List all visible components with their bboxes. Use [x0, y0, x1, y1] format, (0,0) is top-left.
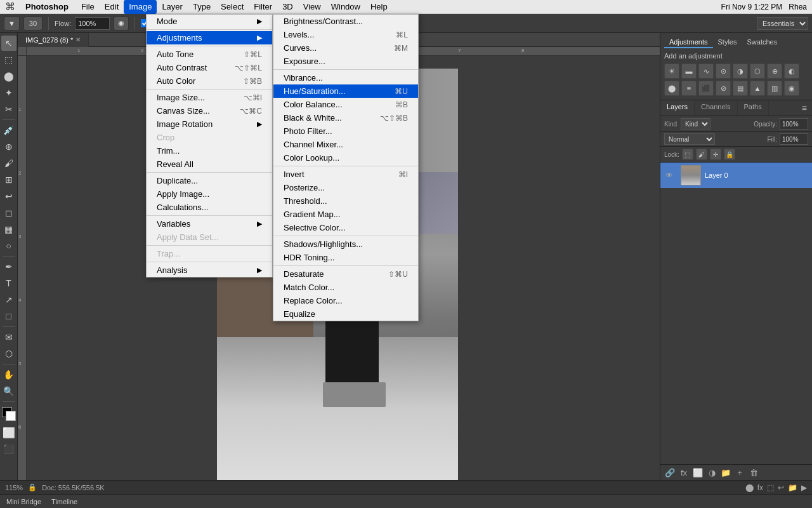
quick-select-tool[interactable]: ✦ — [1, 85, 16, 100]
sub-channel-mixer[interactable]: Channel Mixer... — [273, 138, 418, 151]
layers-tab-paths[interactable]: Paths — [738, 100, 769, 116]
menu-window[interactable]: Window — [326, 0, 365, 14]
quick-mask-btn[interactable]: ⬜ — [1, 425, 16, 440]
sub-posterize[interactable]: Posterize... — [273, 181, 418, 194]
lock-transparent-btn[interactable]: ⬚ — [682, 149, 693, 160]
menu-layer[interactable]: Layer — [157, 0, 188, 14]
menu-duplicate[interactable]: Duplicate... — [147, 174, 272, 187]
lock-all-btn[interactable]: 🔒 — [724, 149, 735, 160]
panel-menu-icon[interactable]: ≡ — [797, 100, 812, 116]
sub-equalize[interactable]: Equalize — [273, 307, 418, 321]
menu-file[interactable]: File — [76, 0, 100, 14]
delete-layer-btn[interactable]: 🗑 — [748, 467, 759, 478]
heal-tool[interactable]: ⊕ — [1, 139, 16, 154]
status-btn2[interactable]: fx — [757, 483, 763, 492]
menu-mode[interactable]: Mode ▶ — [147, 15, 272, 28]
dodge-tool[interactable]: ○ — [1, 238, 16, 253]
type-tool[interactable]: T — [1, 276, 16, 291]
sub-photo-filter[interactable]: Photo Filter... — [273, 124, 418, 138]
add-layer-style-btn[interactable]: fx — [678, 467, 690, 478]
timeline-tab[interactable]: Timeline — [51, 498, 77, 505]
sub-vibrance[interactable]: Vibrance... — [273, 71, 418, 84]
menu-auto-color[interactable]: Auto Color ⇧⌘B — [147, 74, 272, 88]
move-tool[interactable]: ↖ — [1, 36, 16, 51]
adj-gradient-map[interactable]: ▥ — [767, 81, 782, 96]
sub-hue-saturation[interactable]: Hue/Saturation... ⌘U — [273, 84, 418, 98]
menu-calculations[interactable]: Calculations... — [147, 201, 272, 214]
menu-image-size[interactable]: Image Size... ⌥⌘I — [147, 91, 272, 104]
lock-position-btn[interactable]: ✛ — [710, 149, 721, 160]
adj-photo-filter[interactable]: ⬤ — [664, 81, 679, 96]
sub-desaturate[interactable]: Desaturate ⇧⌘U — [273, 267, 418, 281]
adj-vibrance[interactable]: ◑ — [733, 64, 748, 79]
menu-auto-contrast[interactable]: Auto Contrast ⌥⇧⌘L — [147, 61, 272, 74]
adj-exposure[interactable]: ⊙ — [716, 64, 731, 79]
fill-input[interactable] — [780, 133, 808, 145]
menu-canvas-size[interactable]: Canvas Size... ⌥⌘C — [147, 104, 272, 117]
menu-3d[interactable]: 3D — [277, 0, 298, 14]
zoom-tool[interactable]: 🔍 — [1, 384, 16, 399]
filter-kind-select[interactable]: Kind — [681, 118, 710, 130]
adj-selective-color[interactable]: ◉ — [784, 81, 799, 96]
sub-exposure[interactable]: Exposure... — [273, 55, 418, 68]
link-layers-btn[interactable]: 🔗 — [664, 467, 676, 478]
note-tool[interactable]: ✉ — [1, 330, 16, 345]
hand-tool[interactable]: ✋ — [1, 367, 16, 382]
pen-tool[interactable]: ✒ — [1, 259, 16, 274]
crop-tool[interactable]: ✂ — [1, 102, 16, 117]
sub-bw[interactable]: Black & White... ⌥⇧⌘B — [273, 111, 418, 124]
new-group-btn[interactable]: 📁 — [720, 467, 731, 478]
adj-threshold[interactable]: ▲ — [750, 81, 765, 96]
menu-apply-image[interactable]: Apply Image... — [147, 187, 272, 201]
tab-swatches[interactable]: Swatches — [742, 37, 783, 48]
adj-invert[interactable]: ⊘ — [716, 81, 731, 96]
menu-type[interactable]: Type — [188, 0, 216, 14]
screen-mode-btn[interactable]: ⬛ — [1, 441, 16, 457]
sub-replace-color[interactable]: Replace Color... — [273, 294, 418, 307]
menu-image-rotation[interactable]: Image Rotation ▶ — [147, 117, 272, 131]
menu-variables[interactable]: Variables ▶ — [147, 217, 272, 231]
adj-color-lookup[interactable]: ⬛ — [698, 81, 714, 96]
app-name[interactable]: Photoshop — [25, 2, 69, 11]
workspace-select[interactable]: Essentials — [757, 17, 808, 30]
marquee-tool[interactable]: ⬚ — [1, 52, 16, 67]
sub-levels[interactable]: Levels... ⌘L — [273, 28, 418, 41]
eyedropper-tool[interactable]: 💉 — [1, 123, 16, 138]
layer-item-0[interactable]: 👁 Layer 0 — [660, 163, 812, 188]
sub-curves[interactable]: Curves... ⌘M — [273, 41, 418, 55]
lock-image-btn[interactable]: 🖌 — [696, 149, 707, 160]
canvas-tab[interactable]: IMG_0278 (8) * ✕ — [18, 33, 89, 47]
color-swatch[interactable] — [2, 407, 16, 421]
adj-brightness[interactable]: ☀ — [664, 64, 679, 79]
status-btn1[interactable]: ⬤ — [745, 483, 754, 492]
flow-input[interactable] — [75, 17, 110, 30]
menu-filter[interactable]: Filter — [249, 0, 277, 14]
eraser-tool[interactable]: ◻ — [1, 205, 16, 220]
menu-auto-tone[interactable]: Auto Tone ⇧⌘L — [147, 48, 272, 61]
menu-reveal-all[interactable]: Reveal All — [147, 157, 272, 171]
layers-tab-channels[interactable]: Channels — [695, 100, 737, 116]
tab-adjustments[interactable]: Adjustments — [664, 37, 713, 48]
3d-tool[interactable]: ⬡ — [1, 346, 16, 361]
layer-visibility-icon[interactable]: 👁 — [664, 170, 674, 180]
menu-help[interactable]: Help — [365, 0, 393, 14]
menu-analysis[interactable]: Analysis ▶ — [147, 264, 272, 277]
adj-color-balance[interactable]: ⊕ — [767, 64, 782, 79]
adj-bw[interactable]: ◐ — [784, 64, 799, 79]
menu-view[interactable]: View — [298, 0, 326, 14]
status-btn4[interactable]: ↩ — [778, 483, 784, 492]
clone-tool[interactable]: ⊞ — [1, 172, 16, 187]
status-btn3[interactable]: ⬚ — [767, 483, 774, 492]
sub-selective-color[interactable]: Selective Color... — [273, 221, 418, 234]
sub-color-balance[interactable]: Color Balance... ⌘B — [273, 98, 418, 111]
apple-menu[interactable]: ⌘ — [5, 1, 15, 13]
status-btn6[interactable]: ▶ — [801, 483, 807, 492]
path-select-tool[interactable]: ↗ — [1, 292, 16, 307]
sub-gradient-map[interactable]: Gradient Map... — [273, 208, 418, 221]
adj-posterize[interactable]: ▤ — [733, 81, 748, 96]
gradient-tool[interactable]: ▦ — [1, 222, 16, 237]
adj-hue[interactable]: ⬡ — [750, 64, 765, 79]
adj-levels[interactable]: ▬ — [681, 64, 697, 79]
status-btn5[interactable]: 📁 — [788, 483, 797, 492]
layers-tab-layers[interactable]: Layers — [660, 100, 695, 116]
